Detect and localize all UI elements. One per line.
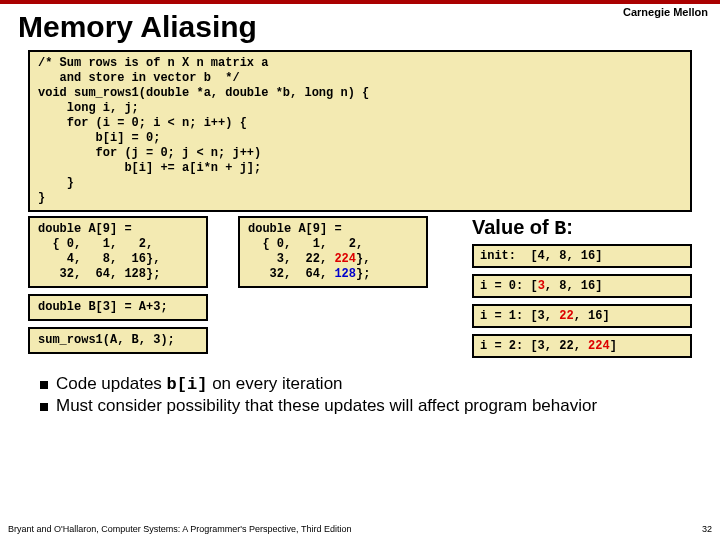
footer: Bryant and O'Hallaron, Computer Systems:… — [8, 524, 712, 534]
brand-label: Carnegie Mellon — [623, 6, 708, 18]
bullet-icon — [40, 403, 48, 411]
footer-left: Bryant and O'Hallaron, Computer Systems:… — [8, 524, 351, 534]
bullets: Code updates b[i] on every iteration Mus… — [40, 374, 692, 416]
val-init: init: [4, 8, 16] — [472, 244, 692, 268]
val-i0: i = 0: [3, 8, 16] — [472, 274, 692, 298]
code-call: sum_rows1(A, B, 3); — [28, 327, 208, 354]
brand-stripe — [0, 0, 720, 4]
val-i2: i = 2: [3, 22, 224] — [472, 334, 692, 358]
page-title: Memory Aliasing — [18, 10, 720, 44]
value-title: Value of B: — [472, 216, 692, 240]
page-number: 32 — [702, 524, 712, 534]
code-a-red: double A[9] = { 0, 1, 2, 3, 22, 224}, 32… — [238, 216, 428, 288]
code-b-decl: double B[3] = A+3; — [28, 294, 208, 321]
code-a-plain: double A[9] = { 0, 1, 2, 4, 8, 16}, 32, … — [28, 216, 208, 288]
code-main: /* Sum rows is of n X n matrix a and sto… — [28, 50, 692, 212]
val-i1: i = 1: [3, 22, 16] — [472, 304, 692, 328]
bullet-icon — [40, 381, 48, 389]
